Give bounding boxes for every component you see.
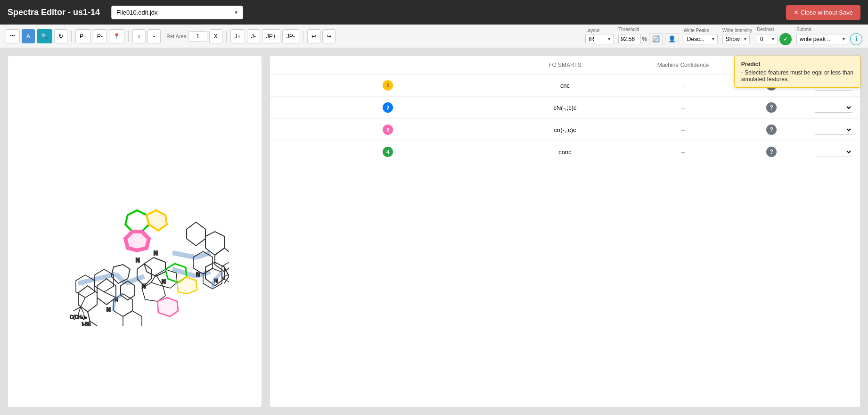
predict-tooltip: Predict - Selected features must be eqal…	[734, 56, 860, 88]
row-badge-0: 1	[383, 80, 393, 91]
row-confidence-0: --	[624, 75, 742, 97]
threshold-group: Threshold % 🔄 👤	[618, 27, 679, 45]
threshold-user-button[interactable]: 👤	[665, 33, 679, 45]
peak-minus-button[interactable]: P-	[93, 29, 107, 43]
zoom-tool-button[interactable]: 🔍	[37, 29, 52, 43]
layout-select-wrapper[interactable]: IR NMR MS	[585, 34, 614, 44]
sep2	[128, 31, 129, 42]
spectrum-area: N N N N N N t-Bu	[8, 56, 262, 407]
submit-select[interactable]: write peak ...	[796, 34, 848, 44]
th-machine-conf: Machine Confidence	[624, 56, 742, 75]
submit-select-wrapper[interactable]: write peak ...	[796, 34, 848, 44]
table-row: 3 cn(-,;c)c -- ?	[270, 119, 860, 141]
molecule-svg: N N N N N N t-Bu	[41, 137, 229, 326]
row-badge-2: 3	[383, 124, 393, 135]
svg-line-3	[172, 253, 196, 257]
write-intensity-select[interactable]: Show Hide	[722, 34, 750, 44]
owner-dropdown-2[interactable]	[815, 124, 852, 135]
svg-line-16	[154, 257, 165, 262]
undo-button[interactable]: ↩	[307, 29, 320, 43]
ref-area-input[interactable]	[188, 31, 207, 42]
write-peaks-select-wrapper[interactable]: Desc... Asc... None	[684, 34, 718, 44]
peak-plus-button[interactable]: P+	[75, 29, 91, 43]
row-confidence-1: --	[624, 97, 742, 119]
write-intensity-select-wrapper[interactable]: Show Hide	[722, 34, 750, 44]
svg-marker-14	[137, 264, 151, 286]
threshold-refresh-button[interactable]: 🔄	[649, 33, 663, 45]
jp-minus-button[interactable]: JP-	[282, 29, 299, 43]
pin-button[interactable]: 📍	[109, 29, 124, 43]
rotate-tool-button[interactable]: ↻	[54, 29, 67, 43]
tooltip-title: Predict	[741, 61, 853, 67]
row-badge-1: 2	[383, 102, 393, 113]
svg-marker-45	[123, 311, 142, 326]
table-row: 2 cN(-,;c)c -- ?	[270, 97, 860, 119]
svg-text:N: N	[154, 250, 158, 257]
row-badge-3: 4	[383, 147, 393, 157]
row-confidence-2: --	[624, 119, 742, 141]
file-selector-container[interactable]: File010.edit.jdx	[111, 6, 243, 19]
decimal-inner: 0 1 2 3 ✓	[757, 33, 792, 45]
layout-label: Layout	[585, 28, 614, 33]
submit-inner: write peak ... ℹ	[796, 33, 862, 45]
write-intensity-label: Write Intensity	[722, 28, 752, 33]
th-fg-smarts-label: FG SMARTS	[506, 56, 624, 75]
row-badge-cell-1: 2	[270, 97, 506, 119]
j-plus-button[interactable]: J+	[230, 29, 245, 43]
layout-select[interactable]: IR NMR MS	[585, 34, 614, 44]
question-icon-3[interactable]: ?	[766, 147, 777, 157]
write-peaks-label: Write Peaks	[684, 28, 718, 33]
row-smarts-3: cnnc	[506, 141, 624, 163]
threshold-inner: % 🔄 👤	[618, 33, 679, 45]
owner-dropdown-3[interactable]	[815, 147, 852, 157]
svg-marker-55	[157, 298, 178, 316]
pct-symbol: %	[642, 36, 647, 42]
sep3	[226, 31, 227, 42]
row-owner-1	[801, 97, 860, 119]
threshold-input[interactable]	[618, 34, 641, 44]
write-intensity-group: Write Intensity Show Hide	[722, 28, 752, 44]
jp-plus-button[interactable]: JP+	[262, 29, 280, 43]
redo-button[interactable]: ↪	[322, 29, 336, 43]
sub-button[interactable]: -	[147, 29, 161, 43]
write-peaks-group: Write Peaks Desc... Asc... None	[684, 28, 718, 44]
question-icon-1[interactable]: ?	[766, 102, 777, 113]
line-tool-button[interactable]: 〜	[6, 29, 20, 43]
row-machine-1: ?	[742, 97, 801, 119]
header-left: Spectra Editor - us1-14 File010.edit.jdx	[8, 6, 243, 19]
svg-line-15	[144, 257, 154, 264]
write-peaks-select[interactable]: Desc... Asc... None	[684, 34, 718, 44]
toolbar: 〜 A 🔍 ↻ P+ P- 📍 + - Ref Area X J+ J- JP+…	[0, 25, 868, 48]
threshold-label: Threshold	[618, 27, 679, 32]
toolbar-right: Layout IR NMR MS Threshold % 🔄	[585, 27, 862, 45]
tooltip-line2: simulated features.	[741, 76, 789, 83]
header: Spectra Editor - us1-14 File010.edit.jdx…	[0, 0, 868, 25]
layout-inner: IR NMR MS	[585, 34, 614, 44]
close-without-save-button[interactable]: ✕ Close without Save	[786, 5, 860, 20]
svg-line-71	[213, 281, 213, 289]
owner-dropdown-1[interactable]	[815, 102, 852, 113]
svg-text:C(CH₃)₃: C(CH₃)₃	[70, 315, 87, 320]
svg-text:N: N	[136, 257, 140, 264]
file-select-wrapper: File010.edit.jdx	[111, 6, 243, 19]
question-icon-2[interactable]: ?	[766, 124, 777, 135]
svg-marker-8	[125, 232, 149, 250]
decimal-confirm-button[interactable]: ✓	[779, 33, 792, 45]
text-tool-button[interactable]: A	[22, 29, 35, 43]
row-smarts-0: cnc	[506, 75, 624, 97]
submit-group: Submit write peak ... ℹ	[796, 27, 862, 45]
add-button[interactable]: +	[132, 29, 146, 43]
svg-line-69	[114, 300, 115, 311]
submit-info-button[interactable]: ℹ	[850, 33, 862, 45]
svg-line-46	[81, 298, 85, 307]
decimal-select[interactable]: 0 1 2 3	[757, 34, 778, 44]
file-selector[interactable]: File010.edit.jdx	[111, 6, 243, 19]
decimal-select-wrapper[interactable]: 0 1 2 3	[757, 34, 778, 44]
decimal-group: Decimal 0 1 2 3 ✓	[757, 27, 792, 45]
j-minus-button[interactable]: J-	[247, 29, 260, 43]
right-panel: Predict - Selected features must be eqal…	[270, 56, 860, 407]
submit-label: Submit	[796, 27, 862, 32]
row-owner-3	[801, 141, 860, 163]
x-button[interactable]: X	[209, 29, 222, 43]
row-machine-3: ?	[742, 141, 801, 163]
